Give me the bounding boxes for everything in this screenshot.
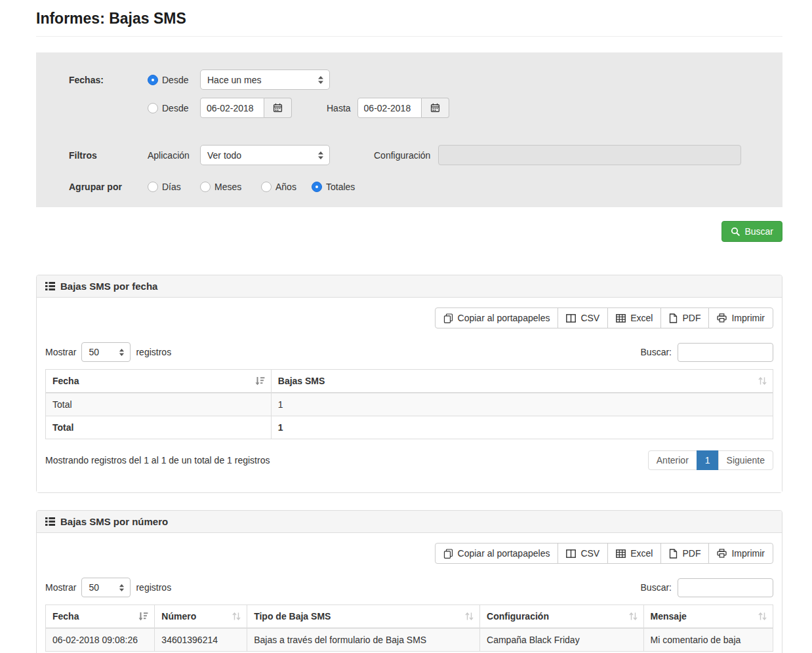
main-container: Informes: Bajas SMS Fechas: Desde Hace u… [36, 0, 782, 653]
pdf-button[interactable]: PDF [660, 543, 709, 564]
select-arrows-icon [119, 348, 125, 357]
csv-button[interactable]: CSV [558, 543, 608, 564]
records-info: Mostrando registros del 1 al 1 de un tot… [45, 455, 270, 465]
radio-totales-label: Totales [326, 182, 355, 192]
panel-bajas-por-numero: Bajas SMS por número Copiar al portapape… [36, 510, 782, 653]
radio-unselected-icon[interactable] [148, 182, 158, 192]
select-arrows-icon [317, 151, 324, 160]
radio-anos[interactable]: Años [261, 182, 312, 192]
column-header-mensaje[interactable]: Mensaje [643, 605, 773, 629]
cell-bajas: 1 [271, 393, 773, 416]
filter-row-fechas-quick: Fechas: Desde Hace un mes [69, 69, 782, 90]
table-controls: Mostrar 50 registros Buscar: [45, 578, 773, 597]
table-footer-row: Total 1 [46, 416, 773, 439]
page-size-value: 50 [89, 347, 99, 357]
mostrar-label: Mostrar [45, 582, 76, 593]
table-search-input[interactable] [678, 343, 773, 362]
column-header-bajas-sms[interactable]: Bajas SMS [271, 370, 773, 393]
filter-row-filtros: Filtros Aplicación Ver todo Configuració… [69, 145, 782, 165]
list-icon [45, 517, 55, 526]
filter-panel: Fechas: Desde Hace un mes Desde [36, 52, 782, 207]
table-buscar-label: Buscar: [641, 347, 672, 357]
calendar-icon [430, 103, 440, 113]
filter-row-fechas-range: Desde Hasta [69, 98, 782, 118]
pdf-icon [669, 549, 678, 559]
print-button[interactable]: Imprimir [708, 543, 773, 564]
date-to-group [357, 98, 449, 118]
pagination-prev[interactable]: Anterior [648, 450, 697, 470]
radio-unselected-icon[interactable] [200, 182, 211, 192]
date-to-input[interactable] [357, 98, 422, 118]
sort-both-icon [232, 612, 241, 621]
csv-button-label: CSV [580, 548, 599, 559]
fechas-label: Fechas: [69, 75, 148, 85]
radio-selected-icon[interactable] [148, 75, 158, 85]
csv-icon [566, 549, 576, 558]
table-search-input[interactable] [678, 578, 773, 597]
print-icon [717, 313, 727, 323]
cell-fecha: Total [46, 393, 272, 416]
configuracion-input[interactable] [438, 145, 741, 165]
registros-label: registros [136, 347, 171, 357]
copy-button[interactable]: Copiar al portapapeles [435, 307, 559, 328]
table-controls: Mostrar 50 registros Buscar: [45, 342, 773, 362]
page-size-select[interactable]: 50 [81, 578, 131, 597]
quick-range-select[interactable]: Hace un mes [200, 69, 330, 90]
page-header: Informes: Bajas SMS [36, 0, 782, 37]
buscar-button[interactable]: Buscar [721, 221, 782, 242]
table-row: Total 1 [46, 393, 773, 416]
panel-fecha-body: Copiar al portapapeles CSV Excel PDF [37, 298, 782, 492]
cell-tipo: Bajas a través del formulario de Baja SM… [247, 628, 480, 652]
copy-icon [443, 549, 453, 559]
date-from-calendar-button[interactable] [264, 98, 292, 118]
aplicacion-select[interactable]: Ver todo [200, 145, 330, 165]
column-header-configuracion[interactable]: Configuración [480, 605, 644, 629]
panel-fecha-heading: Bajas SMS por fecha [37, 275, 782, 298]
hasta-label: Hasta [327, 103, 351, 113]
date-to-calendar-button[interactable] [422, 98, 449, 118]
panel-numero-body: Copiar al portapapeles CSV Excel PDF [37, 533, 782, 653]
radio-dias-label: Días [162, 182, 181, 192]
column-header-numero[interactable]: Número [155, 605, 247, 629]
sort-both-icon [629, 612, 638, 621]
column-header-fecha[interactable]: Fecha [46, 370, 272, 393]
table-row: 06-02-2018 09:08:26 34601396214 Bajas a … [46, 628, 773, 652]
date-from-input[interactable] [200, 98, 264, 118]
pagination-next[interactable]: Siguiente [718, 450, 773, 470]
calendar-icon [273, 103, 283, 113]
copy-button[interactable]: Copiar al portapapeles [435, 543, 559, 564]
table-buscar-label: Buscar: [641, 582, 672, 593]
radio-totales[interactable]: Totales [312, 182, 355, 192]
quick-range-select-value: Hace un mes [207, 75, 261, 85]
pdf-button-label: PDF [682, 313, 700, 323]
csv-button[interactable]: CSV [558, 307, 608, 328]
cell-mensaje: Mi comentario de baja [643, 628, 773, 652]
radio-meses[interactable]: Meses [200, 182, 261, 192]
excel-button[interactable]: Excel [607, 543, 661, 564]
radio-desde-quick[interactable]: Desde [148, 75, 200, 85]
pagination-page-1[interactable]: 1 [697, 450, 719, 470]
excel-button[interactable]: Excel [607, 307, 661, 328]
print-button[interactable]: Imprimir [708, 307, 773, 328]
radio-unselected-icon[interactable] [261, 182, 272, 192]
excel-button-label: Excel [630, 548, 653, 559]
panel-fecha-title: Bajas SMS por fecha [60, 281, 157, 292]
radio-meses-label: Meses [214, 182, 241, 192]
pdf-button[interactable]: PDF [660, 307, 709, 328]
export-toolbar: Copiar al portapapeles CSV Excel PDF [45, 543, 773, 564]
excel-icon [616, 314, 626, 323]
radio-unselected-icon[interactable] [148, 103, 158, 113]
agrupar-label: Agrupar por [69, 182, 148, 192]
column-header-tipo[interactable]: Tipo de Baja SMS [247, 605, 480, 629]
page-title: Informes: Bajas SMS [36, 10, 782, 28]
radio-desde-range[interactable]: Desde [148, 103, 200, 113]
sort-desc-icon [138, 612, 148, 621]
radio-dias[interactable]: Días [148, 182, 200, 192]
sort-both-icon [758, 612, 767, 621]
sort-desc-icon [255, 377, 265, 386]
radio-selected-icon[interactable] [312, 182, 322, 192]
print-icon [717, 549, 727, 558]
page-size-select[interactable]: 50 [81, 342, 131, 362]
column-header-fecha[interactable]: Fecha [46, 605, 155, 629]
copy-button-label: Copiar al portapapeles [458, 313, 550, 323]
